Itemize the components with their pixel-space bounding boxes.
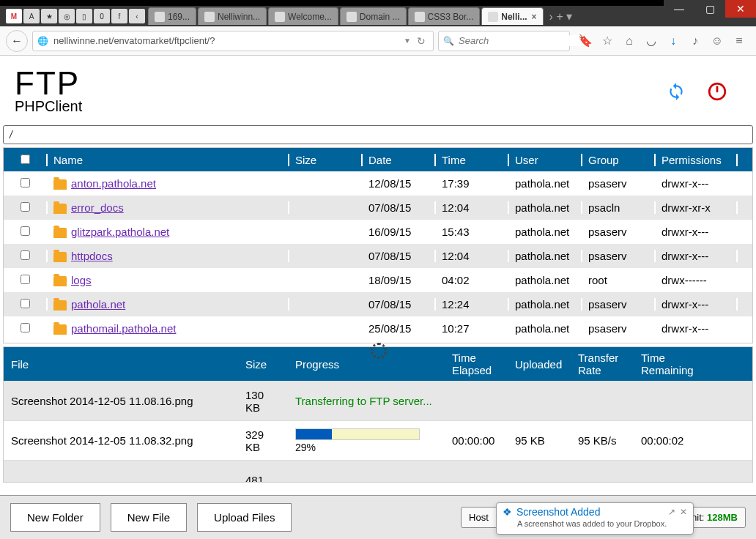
bookmark-icon[interactable]: ‹ <box>129 9 145 23</box>
refresh-icon[interactable] <box>667 82 686 101</box>
progress-percent: 29% <box>295 442 437 453</box>
bookmark-icon[interactable]: ▯ <box>76 9 92 23</box>
browser-tab[interactable]: CSS3 Bor... <box>408 7 481 25</box>
file-name-link[interactable]: pathola.net <box>71 298 125 311</box>
page-content: FTP PHPClient / Name Size Date Time User… <box>0 56 756 539</box>
file-name-link[interactable]: logs <box>71 274 92 286</box>
tab-label: CSS3 Bor... <box>428 12 474 22</box>
tab-strip: MA★◎▯0f‹ 169...Nelliwinn...Welcome...Dom… <box>0 6 756 26</box>
menu-icon[interactable]: ≡ <box>733 34 746 48</box>
close-button[interactable]: ✕ <box>725 0 756 18</box>
transfer-size: 329 KB <box>238 428 288 453</box>
transfer-remain: 00:00:02 <box>634 434 714 447</box>
back-button[interactable]: ← <box>6 30 28 52</box>
progress-text: Transferring to FTP server... <box>295 395 432 407</box>
bookmark-icon[interactable]: ◎ <box>59 9 75 23</box>
minimize-button[interactable]: — <box>664 0 694 18</box>
new-file-button[interactable]: New File <box>111 503 187 532</box>
file-name-link[interactable]: glitzpark.pathola.net <box>71 226 169 238</box>
browser-tab[interactable]: Nelli...× <box>481 7 543 25</box>
progress-bar <box>295 428 420 440</box>
url-bar[interactable]: 🌐 ▼ ↻ <box>32 31 434 51</box>
maximize-button[interactable]: ▢ <box>694 0 725 18</box>
browser-tab[interactable]: 169... <box>148 7 196 25</box>
file-row[interactable]: pathomail.pathola.net 25/08/15 10:27 pat… <box>4 316 752 341</box>
search-bar[interactable]: 🔍 <box>438 31 570 51</box>
transfer-file: Screenshot 2014-12-05 11.08.32.png <box>4 434 238 447</box>
col-permissions[interactable]: Permissions <box>656 154 738 166</box>
browser-tab[interactable]: Welcome... <box>268 7 338 25</box>
file-row[interactable]: logs 18/09/15 04:02 pathola.net root drw… <box>4 268 752 292</box>
bell-icon[interactable]: ♪ <box>689 34 702 48</box>
notification-title: Screenshot Added <box>516 506 600 518</box>
logo-title: FTP <box>15 67 82 100</box>
share-icon[interactable]: ↗ <box>668 507 675 517</box>
tab-label: Welcome... <box>288 12 332 22</box>
smile-icon[interactable]: ☺ <box>711 34 724 48</box>
file-row[interactable]: pathola.net 07/08/15 12:24 pathola.net p… <box>4 292 752 316</box>
browser-tabs: 169...Nelliwinn...Welcome...Domain ...CS… <box>148 7 545 25</box>
upload-files-button[interactable]: Upload Files <box>197 503 292 532</box>
file-row[interactable]: glitzpark.pathola.net 16/09/15 15:43 pat… <box>4 220 752 244</box>
star-icon[interactable]: ☆ <box>601 34 614 48</box>
file-permissions: drwxr-x--- <box>656 322 738 335</box>
row-checkbox[interactable] <box>21 250 30 260</box>
search-input[interactable] <box>459 35 582 46</box>
row-checkbox[interactable] <box>21 226 30 236</box>
row-checkbox[interactable] <box>21 323 30 332</box>
bookmark-icon[interactable]: M <box>6 9 22 23</box>
browser-tab[interactable]: Domain ... <box>340 7 407 25</box>
row-checkbox[interactable] <box>21 299 30 308</box>
transfer-rate: 95 KB/s <box>571 434 634 447</box>
row-checkbox[interactable] <box>21 178 30 187</box>
col-user[interactable]: User <box>509 154 582 166</box>
url-input[interactable] <box>53 35 401 46</box>
bookmark-icon[interactable]: f <box>111 9 127 23</box>
dismiss-icon[interactable]: ✕ <box>680 507 687 517</box>
file-group: psacln <box>582 201 656 214</box>
browser-tab[interactable]: Nelliwinn... <box>198 7 267 25</box>
breadcrumb[interactable]: / <box>3 125 753 144</box>
row-checkbox[interactable] <box>21 275 30 284</box>
tab-close-icon[interactable]: × <box>532 12 537 22</box>
dropbox-notification[interactable]: ❖ Screenshot Added ↗ ✕ A screenshot was … <box>496 502 694 535</box>
file-row[interactable]: anton.pathola.net 12/08/15 17:39 pathola… <box>4 171 752 196</box>
tab-label: Nelli... <box>501 12 527 22</box>
file-row[interactable]: error_docs 07/08/15 12:04 pathola.net ps… <box>4 196 752 220</box>
transfer-elapsed: 00:00:00 <box>445 434 508 447</box>
file-date: 12/08/15 <box>363 177 436 190</box>
file-row[interactable]: httpdocs 07/08/15 12:04 pathola.net psas… <box>4 244 752 268</box>
bookmark-icon[interactable]: 0 <box>94 9 110 23</box>
col-date[interactable]: Date <box>363 154 436 166</box>
col-group[interactable]: Group <box>582 154 656 166</box>
file-group: psaserv <box>582 250 656 262</box>
bookmark-icon[interactable]: ★ <box>41 9 57 23</box>
col-name[interactable]: Name <box>48 154 289 166</box>
add-tab-button[interactable]: › + ▾ <box>545 10 577 23</box>
col-size[interactable]: Size <box>289 154 363 166</box>
file-date: 25/08/15 <box>363 322 436 335</box>
globe-icon: 🌐 <box>37 36 49 46</box>
file-name-link[interactable]: pathomail.pathola.net <box>71 322 176 335</box>
file-time: 12:24 <box>436 298 509 311</box>
bookmark-icon[interactable]: A <box>23 9 40 23</box>
search-icon: 🔍 <box>443 36 454 46</box>
power-icon[interactable] <box>708 82 727 101</box>
home-icon[interactable]: ⌂ <box>623 34 636 48</box>
col-time[interactable]: Time <box>436 154 509 166</box>
download-icon[interactable]: ↓ <box>667 34 680 48</box>
select-all-checkbox[interactable] <box>21 155 30 164</box>
bookmark-tag-icon[interactable]: 🔖 <box>579 34 592 48</box>
reload-icon[interactable]: ↻ <box>414 35 429 47</box>
tab-label: 169... <box>168 12 190 22</box>
file-name-link[interactable]: anton.pathola.net <box>71 177 156 190</box>
file-table-header: Name Size Date Time User Group Permissio… <box>4 148 752 171</box>
url-dropdown-icon[interactable]: ▼ <box>401 37 414 45</box>
new-folder-button[interactable]: New Folder <box>10 503 100 532</box>
row-checkbox[interactable] <box>21 202 30 212</box>
file-user: pathola.net <box>509 322 582 335</box>
file-permissions: drwxr-x--- <box>656 250 738 262</box>
file-name-link[interactable]: error_docs <box>71 201 124 214</box>
pocket-icon[interactable]: ◡ <box>645 34 658 48</box>
file-name-link[interactable]: httpdocs <box>71 250 113 262</box>
